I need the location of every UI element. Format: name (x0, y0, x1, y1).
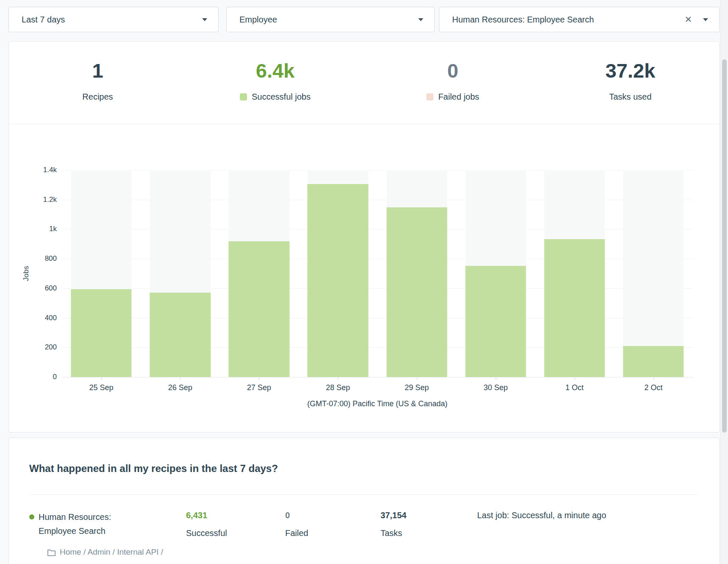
recipe-name-cell[interactable]: Human Resources: Employee Search (29, 510, 186, 538)
x-tick-label: 29 Sep (378, 383, 456, 392)
entity-select[interactable]: Employee (226, 7, 435, 32)
recipe-name[interactable]: Human Resources: Employee Search (39, 510, 111, 538)
failed-cell: 0 Failed (285, 510, 381, 538)
bar-slot-25-sep (62, 170, 141, 377)
x-tick-label: 25 Sep (62, 383, 141, 392)
bar-slot-30-sep (456, 170, 535, 377)
successful-legend-swatch (240, 93, 247, 101)
tasks-label: Tasks (381, 528, 477, 538)
chevron-down-icon (418, 18, 423, 21)
recipes-count: 1 (92, 61, 103, 81)
timezone-note: (GMT-07:00) Pacific Time (US & Canada) (62, 399, 693, 408)
bar-30-sep[interactable] (465, 266, 526, 377)
bar-slot-27-sep (220, 170, 298, 377)
failed-jobs-count: 0 (447, 61, 458, 81)
x-axis-tick (259, 377, 259, 380)
recipe-row: Human Resources: Employee Search 6,431 S… (29, 510, 697, 538)
entity-value: Employee (239, 15, 418, 25)
successful-jobs-count: 6.4k (256, 61, 295, 81)
x-axis-tick (653, 377, 654, 380)
clear-icon[interactable]: ✕ (684, 14, 692, 25)
successful-jobs-label: Successful jobs (252, 92, 311, 102)
y-tick-label: 400 (45, 314, 57, 322)
x-axis-tick (101, 377, 102, 380)
x-tick-label: 2 Oct (614, 383, 693, 392)
tasks-used-count: 37.2k (606, 61, 656, 81)
stat-successful-jobs: 6.4k Successful jobs (186, 42, 364, 124)
y-tick-label: 200 (45, 343, 57, 352)
time-range-value: Last 7 days (22, 15, 202, 25)
x-tick-label: 1 Oct (535, 383, 614, 392)
x-tick-label: 26 Sep (141, 383, 220, 392)
filter-bar: Last 7 days Employee Human Resources: Em… (0, 0, 728, 32)
time-range-select[interactable]: Last 7 days (8, 7, 219, 32)
failed-value: 0 (285, 510, 381, 520)
bar-2-oct[interactable] (623, 346, 684, 377)
y-tick-label: 1.4k (43, 166, 57, 174)
bar-29-sep[interactable] (386, 207, 447, 377)
failed-label: Failed (285, 528, 381, 538)
chevron-down-icon (202, 18, 207, 21)
recipe-status-dot (29, 514, 34, 519)
scrollbar-thumb[interactable] (722, 59, 727, 433)
recipe-value: Human Resources: Employee Search (452, 15, 684, 25)
bar-1-oct[interactable] (544, 239, 605, 377)
recipes-summary-card: What happened in all my recipes in the l… (8, 438, 720, 564)
y-tick-label: 800 (45, 254, 57, 263)
bar-slot-2-oct (614, 170, 693, 377)
bar-27-sep[interactable] (229, 241, 289, 377)
tasks-cell: 37,154 Tasks (381, 510, 477, 538)
x-tick-label: 28 Sep (298, 383, 377, 392)
breadcrumb[interactable]: Home / Admin / Internal API / (47, 547, 697, 557)
successful-value: 6,431 (186, 510, 285, 520)
stats-row: 1 Recipes 6.4k Successful jobs 0 Failed … (9, 42, 719, 124)
divider (29, 494, 697, 495)
stat-recipes: 1 Recipes (9, 42, 186, 124)
stat-tasks-used: 37.2k Tasks used (542, 42, 719, 124)
y-axis-title: Jobs (22, 266, 31, 281)
x-axis-tick (496, 377, 496, 380)
x-tick-label: 30 Sep (456, 383, 535, 392)
y-tick-label: 1k (49, 225, 57, 233)
folder-icon (47, 548, 56, 556)
scrollbar-track[interactable] (720, 0, 728, 564)
summary-heading: What happened in all my recipes in the l… (29, 463, 697, 475)
jobs-overview-card: 1 Recipes 6.4k Successful jobs 0 Failed … (8, 41, 720, 433)
successful-cell: 6,431 Successful (186, 510, 285, 538)
x-axis-labels: 25 Sep26 Sep27 Sep28 Sep29 Sep30 Sep1 Oc… (62, 383, 693, 392)
y-tick-label: 0 (53, 373, 57, 381)
stat-failed-jobs: 0 Failed jobs (364, 42, 542, 124)
x-tick-label: 27 Sep (220, 383, 298, 392)
chart-plot-area: Jobs 1.4k1.2k1k8006004002000 (62, 170, 693, 377)
bar-28-sep[interactable] (308, 184, 368, 377)
y-tick-label: 1.2k (43, 195, 57, 204)
recipe-select[interactable]: Human Resources: Employee Search ✕ (439, 7, 720, 32)
tasks-value: 37,154 (381, 510, 477, 520)
jobs-bar-chart: Jobs 1.4k1.2k1k8006004002000 25 Sep26 Se… (9, 124, 719, 408)
bar-slot-29-sep (378, 170, 456, 377)
x-axis-tick (180, 377, 181, 380)
bar-25-sep[interactable] (71, 289, 131, 377)
breadcrumb-path[interactable]: Home / Admin / Internal API / (60, 547, 163, 557)
chevron-down-icon (703, 18, 708, 21)
failed-jobs-label: Failed jobs (438, 92, 479, 102)
tasks-used-label: Tasks used (609, 92, 651, 102)
x-axis-tick (417, 377, 417, 380)
failed-legend-swatch (426, 93, 433, 101)
y-tick-label: 600 (45, 284, 57, 293)
bar-slot-1-oct (535, 170, 614, 377)
bar-26-sep[interactable] (150, 293, 211, 377)
bar-slots (62, 170, 693, 377)
x-axis-tick (338, 377, 338, 380)
x-axis-tick (575, 377, 575, 380)
bar-slot-26-sep (141, 170, 220, 377)
successful-label: Successful (186, 528, 285, 538)
last-job-status: Last job: Successful, a minute ago (477, 510, 697, 538)
bar-slot-28-sep (298, 170, 377, 377)
recipes-label: Recipes (82, 92, 113, 102)
